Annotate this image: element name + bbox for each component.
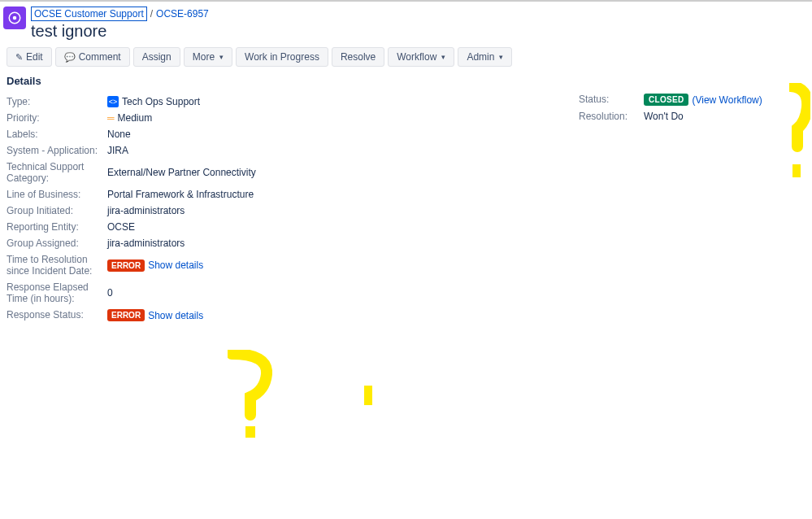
field-tech-support-cat: Technical Support Category: External/New…	[7, 159, 559, 186]
admin-label: Admin	[467, 51, 494, 63]
field-label: Line of Business:	[7, 189, 107, 200]
error-badge: ERROR	[107, 309, 145, 321]
field-response-status: Response Status: ERROR Show details	[7, 307, 559, 324]
field-label: Reporting Entity:	[7, 221, 107, 233]
more-button[interactable]: More ▾	[184, 47, 232, 67]
field-value: 0	[107, 281, 113, 304]
details-section-title: Details	[7, 75, 559, 87]
issue-title: test ignore	[31, 22, 209, 41]
chevron-down-icon: ▾	[441, 53, 445, 61]
edit-button[interactable]: ✎ Edit	[7, 47, 52, 67]
field-value: jira-administrators	[107, 205, 185, 216]
field-label: Type:	[7, 96, 107, 107]
work-in-progress-button[interactable]: Work in Progress	[236, 47, 328, 67]
assign-button[interactable]: Assign	[133, 47, 180, 67]
workflow-label: Workflow	[397, 51, 436, 63]
view-workflow-link[interactable]: (View Workflow)	[692, 94, 762, 106]
priority-medium-icon: ═	[107, 112, 115, 124]
field-value: Won't Do	[644, 111, 684, 122]
field-value: OCSE	[107, 221, 135, 233]
field-response-elapsed: Response Elapsed Time (in hours): 0	[7, 279, 559, 307]
chevron-down-icon: ▾	[219, 53, 224, 61]
workflow-button[interactable]: Workflow ▾	[388, 47, 454, 67]
field-label: Time to Resolution since Incident Date:	[7, 254, 107, 277]
breadcrumb: OCSE Customer Support / OCSE-6957	[31, 7, 209, 21]
field-priority: Priority: ═ Medium	[7, 110, 559, 126]
field-label: Group Assigned:	[7, 238, 107, 249]
field-label: Technical Support Category:	[7, 161, 107, 184]
field-label: Labels:	[7, 129, 107, 140]
field-labels: Labels: None	[7, 126, 559, 142]
field-status: Status: CLOSED (View Workflow)	[579, 91, 805, 108]
field-system-app: System - Application: JIRA	[7, 142, 559, 159]
comment-label: Comment	[79, 51, 121, 63]
error-badge: ERROR	[107, 260, 145, 272]
breadcrumb-issue-link[interactable]: OCSE-6957	[156, 8, 209, 20]
toolbar: ✎ Edit 💬 Comment Assign More ▾ Work in P…	[0, 42, 812, 75]
comment-button[interactable]: 💬 Comment	[55, 47, 130, 67]
project-avatar-icon	[3, 7, 26, 29]
field-group-assigned: Group Assigned: jira-administrators	[7, 235, 559, 251]
status-badge: CLOSED	[644, 94, 688, 106]
issue-header: OCSE Customer Support / OCSE-6957 test i…	[0, 2, 812, 42]
field-line-of-business: Line of Business: Portal Framework & Inf…	[7, 186, 559, 203]
issuetype-icon: <>	[107, 96, 119, 107]
admin-button[interactable]: Admin ▾	[458, 47, 512, 67]
breadcrumb-project-link[interactable]: OCSE Customer Support	[31, 7, 147, 21]
show-details-link[interactable]: Show details	[148, 310, 203, 321]
chevron-down-icon: ▾	[499, 53, 503, 61]
field-time-to-resolution: Time to Resolution since Incident Date: …	[7, 251, 559, 279]
field-type: Type: <> Tech Ops Support	[7, 94, 559, 110]
pencil-icon: ✎	[15, 52, 23, 63]
field-value: Portal Framework & Infrastructure	[107, 189, 254, 200]
field-value: JIRA	[107, 145, 128, 156]
field-group-initiated: Group Initiated: jira-administrators	[7, 203, 559, 219]
edit-label: Edit	[26, 51, 43, 63]
field-resolution: Resolution: Won't Do	[579, 108, 805, 124]
field-label: Response Elapsed Time (in hours):	[7, 281, 107, 304]
field-label: Resolution:	[579, 111, 644, 122]
more-label: More	[193, 51, 215, 63]
field-value: None	[107, 129, 131, 140]
field-label: System - Application:	[7, 145, 107, 156]
svg-point-1	[13, 16, 17, 20]
field-value: Medium	[118, 112, 153, 124]
field-value: jira-administrators	[107, 238, 185, 249]
comment-icon: 💬	[64, 52, 76, 63]
field-value: Tech Ops Support	[122, 96, 200, 107]
resolve-button[interactable]: Resolve	[332, 47, 384, 67]
breadcrumb-separator: /	[150, 8, 153, 20]
field-value: External/New Partner Connectivity	[107, 161, 256, 184]
field-label: Priority:	[7, 112, 107, 124]
show-details-link[interactable]: Show details	[148, 260, 203, 271]
field-label: Status:	[579, 94, 644, 106]
field-reporting-entity: Reporting Entity: OCSE	[7, 219, 559, 235]
field-label: Response Status:	[7, 309, 107, 321]
field-label: Group Initiated:	[7, 205, 107, 216]
